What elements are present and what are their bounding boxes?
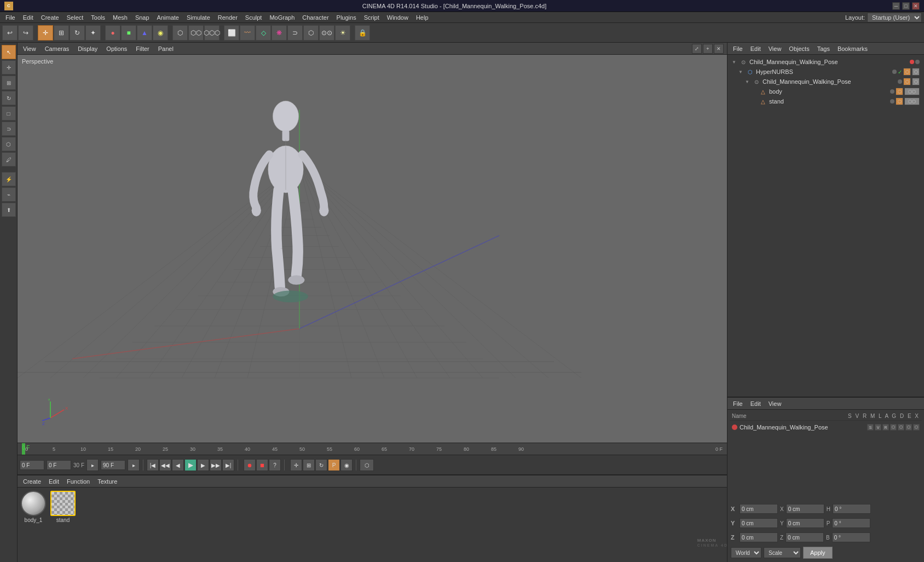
y-rot-input[interactable] — [786, 518, 824, 528]
redo-button[interactable]: ↪ — [18, 25, 33, 41]
circle-mode-button[interactable]: ● — [105, 25, 120, 41]
z-position-input[interactable] — [740, 532, 778, 542]
p-input[interactable] — [832, 518, 870, 528]
obj-menu-tags[interactable]: Tags — [815, 44, 832, 53]
obj-menu-objects[interactable]: Objects — [787, 44, 811, 53]
fps-arrow-button[interactable]: ▸ — [128, 459, 140, 471]
step-back-button[interactable]: ◀◀ — [159, 459, 171, 471]
lasso-tool[interactable]: ⊃ — [2, 122, 16, 136]
go-start-button[interactable]: |◀ — [147, 459, 159, 471]
key-scale-button[interactable]: ⊞ — [303, 459, 315, 471]
step-back-frame-button[interactable]: ◀ — [172, 459, 184, 471]
attr-menu-view[interactable]: View — [766, 399, 784, 408]
knife-tool[interactable]: ⚡ — [2, 172, 16, 186]
timeline-ruler[interactable]: 0 F 0 5 10 15 20 25 30 35 40 45 50 55 60… — [18, 443, 727, 455]
attr-selected-object-row[interactable]: Child_Mannequin_Walking_Pose S V R ⬡ ⬡ ⬡… — [730, 423, 922, 432]
new-obj-button[interactable]: ✦ — [85, 25, 101, 41]
obj-root[interactable]: ▼ ⊙ Child_Mannequin_Walking_Pose — [730, 57, 922, 67]
menu-help[interactable]: Help — [413, 13, 432, 22]
menu-render[interactable]: Render — [215, 13, 241, 22]
menu-snap[interactable]: Snap — [132, 13, 153, 22]
menu-animate[interactable]: Animate — [154, 13, 182, 22]
layout-dropdown[interactable]: Startup (User) — [867, 13, 922, 22]
minimize-button[interactable]: ─ — [892, 2, 900, 10]
key-pos-button[interactable]: P — [328, 459, 340, 471]
select-tool[interactable]: ↖ — [2, 45, 16, 59]
cube-button[interactable]: ⬜ — [224, 25, 239, 41]
triangle-mode-button[interactable]: ▲ — [137, 25, 152, 41]
menu-mesh[interactable]: Mesh — [109, 13, 131, 22]
viewport-menu-cameras[interactable]: Cameras — [43, 44, 72, 53]
autokey-button[interactable]: ⬡ — [360, 459, 374, 471]
step-forward-frame-button[interactable]: ▶ — [197, 459, 209, 471]
field-button[interactable]: ⊃ — [287, 25, 303, 41]
start-frame-input[interactable] — [47, 460, 71, 470]
render-region-button[interactable]: ⬡ — [172, 25, 188, 41]
snap-button[interactable]: 🔒 — [355, 25, 370, 41]
menu-character[interactable]: Character — [299, 13, 332, 22]
x-position-input[interactable] — [740, 504, 778, 514]
rotate-tool[interactable]: ↻ — [2, 91, 16, 105]
go-end-button[interactable]: ▶| — [222, 459, 234, 471]
x-rot-input[interactable] — [786, 504, 824, 514]
obj-hypernurbs[interactable]: ▼ ⬡ HyperNURBS ✓ ⬡ ⬡ — [730, 67, 922, 77]
menu-plugins[interactable]: Plugins — [333, 13, 360, 22]
attr-menu-edit[interactable]: Edit — [748, 399, 763, 408]
world-local-select[interactable]: World Local — [731, 547, 761, 558]
menu-edit[interactable]: Edit — [20, 13, 37, 22]
extrude-tool[interactable]: ⬆ — [2, 203, 16, 217]
y-position-input[interactable] — [740, 518, 778, 528]
menu-select[interactable]: Select — [63, 13, 87, 22]
camera-button[interactable]: ⊙⊙ — [319, 25, 334, 41]
fps-next-button[interactable]: ▸ — [86, 459, 99, 471]
undo-button[interactable]: ↩ — [2, 25, 18, 41]
obj-menu-view[interactable]: View — [766, 44, 784, 53]
close-button[interactable]: ✕ — [912, 2, 920, 10]
object-mode-button[interactable]: ◉ — [153, 25, 168, 41]
mat-menu-edit[interactable]: Edit — [47, 477, 61, 486]
obj-body[interactable]: △ body ⬡ ⬡⬡ — [730, 87, 922, 96]
key-rotate-button[interactable]: ↻ — [315, 459, 327, 471]
viewport-menu-filter[interactable]: Filter — [134, 44, 151, 53]
menu-sculpt[interactable]: Sculpt — [242, 13, 265, 22]
maximize-viewport-button[interactable]: ⤢ — [692, 44, 702, 54]
box-mode-button[interactable]: ■ — [121, 25, 136, 41]
material-body-item[interactable]: body_1 — [21, 491, 46, 523]
move-tool[interactable]: ✛ — [2, 60, 16, 74]
paint-tool[interactable]: 🖊 — [2, 152, 16, 167]
obj-menu-file[interactable]: File — [731, 44, 745, 53]
attr-menu-file[interactable]: File — [731, 399, 745, 408]
viewport-menu-display[interactable]: Display — [76, 44, 100, 53]
mat-menu-create[interactable]: Create — [21, 477, 43, 486]
move-tool-button[interactable]: ✛ — [38, 25, 53, 41]
render-all-button[interactable]: ⬡⬡⬡ — [204, 25, 220, 41]
scale-tool[interactable]: ⊞ — [2, 76, 16, 90]
scale-tool-button[interactable]: ⊞ — [54, 25, 69, 41]
render-anim-button[interactable]: ⬡⬡ — [188, 25, 204, 41]
viewport-settings-button[interactable]: + — [703, 44, 713, 54]
close-viewport-button[interactable]: ✕ — [714, 44, 724, 54]
key-all-button[interactable]: ◉ — [340, 459, 353, 471]
menu-mograph[interactable]: MoGraph — [266, 13, 298, 22]
play-button[interactable]: ▶ — [184, 459, 197, 471]
mannequin-figure[interactable] — [226, 99, 346, 334]
maximize-button[interactable]: □ — [902, 2, 910, 10]
viewport-menu-panel[interactable]: Panel — [156, 44, 176, 53]
end-frame-input[interactable] — [101, 460, 125, 470]
question-button[interactable]: ? — [269, 459, 281, 471]
menu-tools[interactable]: Tools — [88, 13, 108, 22]
key-move-button[interactable]: ✛ — [290, 459, 302, 471]
viewport-3d[interactable]: Perspective — [18, 55, 727, 443]
menu-script[interactable]: Script — [361, 13, 383, 22]
record-button[interactable]: ⏺ — [244, 459, 256, 471]
viewport-menu-options[interactable]: Options — [104, 44, 129, 53]
spline-button[interactable]: 〰 — [240, 25, 255, 41]
z-rot-input[interactable] — [786, 532, 824, 542]
mat-menu-texture[interactable]: Texture — [95, 477, 119, 486]
nurbs-button[interactable]: ◇ — [256, 25, 271, 41]
obj-stand[interactable]: △ stand ⬡ ⬡⬡ — [730, 96, 922, 106]
apply-button[interactable]: Apply — [803, 547, 833, 559]
menu-window[interactable]: Window — [384, 13, 412, 22]
obj-menu-bookmarks[interactable]: Bookmarks — [835, 44, 870, 53]
obj-child-mannequin[interactable]: ▼ ⊙ Child_Mannequin_Walking_Pose ⬡ ⬡ — [730, 77, 922, 87]
